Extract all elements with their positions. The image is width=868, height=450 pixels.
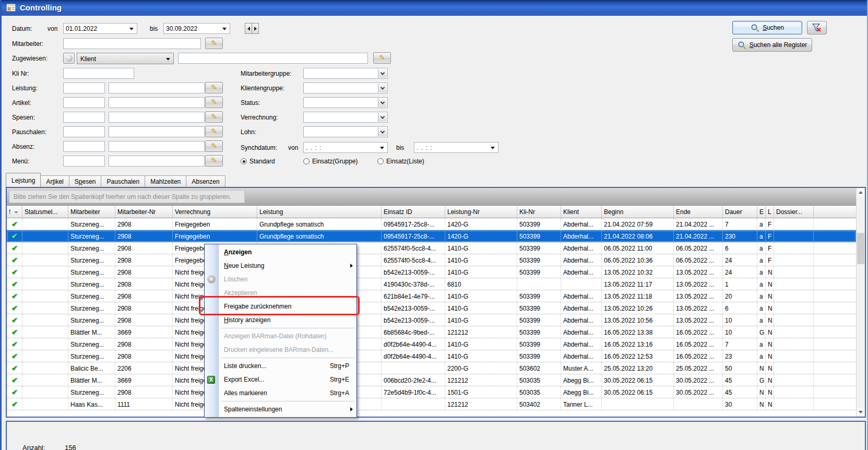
column-header-einsatz_id[interactable]: Einsatz ID [382, 206, 445, 218]
filter-dropdown-lohn[interactable] [303, 126, 388, 137]
filter-edit-button-menü[interactable]: ✎ [205, 155, 223, 167]
filter-code-field-artikel[interactable] [63, 97, 105, 108]
filter-code-field-pauschalen[interactable] [63, 126, 105, 137]
scrollbar-thumb[interactable] [857, 233, 864, 264]
table-row[interactable]: ✔Sturzeneg...2908Nicht freigegeben419043… [7, 278, 856, 290]
column-header-dauer[interactable]: Dauer [723, 206, 757, 218]
zugewiesen-value-field[interactable] [178, 53, 368, 64]
column-header-leistung[interactable]: Leistung [257, 206, 382, 218]
filter-dropdown-klientengruppe[interactable] [303, 82, 388, 93]
table-row[interactable]: ✔Sturzeneg...2908Nicht freigegebenb542e2… [7, 266, 856, 278]
table-row[interactable]: ✔Haas Kas...1111Nicht freigegeben1212125… [7, 398, 856, 410]
suchen-button[interactable]: Suchen [732, 21, 802, 34]
table-row[interactable]: ✔Balicic Be...2206Nicht freigegeben2200-… [7, 362, 856, 374]
prev-period-button[interactable] [245, 23, 252, 34]
scroll-up-button[interactable] [857, 188, 865, 197]
dropdown-arrow-icon[interactable] [491, 147, 495, 149]
table-row[interactable]: ✔Sturzeneg...2908FreigegebenGrundpflege … [7, 218, 856, 230]
column-header-leistung_nr[interactable]: Leistung-Nr [445, 206, 517, 218]
dropdown-button[interactable] [378, 113, 387, 122]
table-row[interactable]: ✔Sturzeneg...2908Nicht freigegeben621b84… [7, 290, 856, 302]
filter-arrow-icon[interactable] [14, 211, 18, 214]
table-row[interactable]: ✔Sturzeneg...2908Nicht freigegebend0f2b6… [7, 350, 856, 362]
tab-leistung[interactable]: Leistung [6, 173, 41, 187]
tab-artikel[interactable]: Artikel [40, 175, 69, 187]
next-period-button[interactable] [252, 23, 259, 34]
dropdown-button[interactable] [378, 127, 387, 136]
filter-text-field-leistung[interactable] [109, 82, 205, 93]
filter-code-field-leistung[interactable] [63, 82, 105, 93]
table-row[interactable]: ✔Sturzeneg...2908Nicht freigegebend0f2b6… [7, 338, 856, 350]
filter-text-field-absenz[interactable] [109, 141, 205, 152]
column-header-mitarbeiter[interactable]: Mitarbeiter [68, 206, 115, 218]
column-header-statusmel[interactable]: Statusmel... [22, 206, 68, 218]
menu-item-alles-markieren[interactable]: Alles markierenStrg+A [205, 386, 356, 400]
column-header-ende[interactable]: Ende [674, 206, 723, 218]
scroll-down-button[interactable] [857, 408, 865, 417]
tab-pauschalen[interactable]: Pauschalen [101, 175, 145, 187]
column-header-l[interactable]: L [766, 206, 774, 218]
zugewiesen-edit-button[interactable]: ✎ [373, 52, 391, 64]
datum-von-field[interactable]: 01.01.2022 [63, 23, 137, 34]
filter-edit-button-pauschalen[interactable]: ✎ [205, 126, 223, 137]
column-header-dossier[interactable]: Dossier... [774, 206, 814, 218]
filter-code-field-menü[interactable] [63, 156, 105, 167]
table-row[interactable]: ✔Sturzeneg...2908Freigegeben625574f0-5cc… [7, 254, 856, 266]
filter-text-field-pauschalen[interactable] [109, 126, 205, 137]
mitarbeiter-edit-button[interactable]: ✎ [205, 38, 223, 49]
dropdown-button[interactable] [378, 98, 387, 107]
filter-code-field-absenz[interactable] [63, 141, 105, 152]
filter-edit-button-absenz[interactable]: ✎ [205, 140, 223, 152]
column-header-status[interactable]: ! [7, 206, 22, 218]
mitarbeiter-field[interactable] [63, 38, 201, 49]
clear-filter-button[interactable] [807, 21, 827, 34]
filter-edit-button-spesen[interactable]: ✎ [205, 111, 223, 123]
vertical-scrollbar[interactable] [856, 188, 865, 417]
column-header-beginn[interactable]: Beginn [602, 206, 674, 218]
synch-von-field[interactable]: . . : : [303, 142, 388, 153]
menu-item-anzeigen[interactable]: Anzeigen [205, 245, 356, 259]
table-row[interactable]: ✔Sturzeneg...2908Nicht freigegebenb542e2… [7, 302, 856, 314]
filter-dropdown-verrechnung[interactable] [303, 112, 388, 123]
menu-item-neue-leistung[interactable]: Neue Leistung [205, 259, 356, 273]
table-row[interactable]: ✔Sturzeneg...2908Freigegeben625574f0-5cc… [7, 242, 856, 254]
filter-text-field-artikel[interactable] [109, 97, 205, 108]
menu-item-liste-drucken[interactable]: Liste drucken...Strg+P [205, 359, 356, 373]
table-row[interactable]: ✔Sturzeneg...2908FreigegebenGrundpflege … [7, 230, 856, 242]
column-header-kli_nr[interactable]: Kli-Nr [517, 206, 561, 218]
menu-item-export-excel[interactable]: Export Excel...Strg+EX [205, 373, 356, 386]
dropdown-arrow-icon[interactable] [380, 147, 384, 149]
tab-spesen[interactable]: Spesen [69, 175, 102, 187]
filter-edit-button-leistung[interactable]: ✎ [205, 82, 223, 93]
tab-mahlzeiten[interactable]: Mahlzeiten [145, 175, 186, 187]
klinr-field[interactable] [63, 68, 134, 79]
zugewiesen-toggle-button[interactable] [63, 53, 75, 64]
dropdown-button[interactable] [378, 84, 387, 92]
column-header-verrechnung[interactable]: Verrechnung [173, 206, 257, 218]
table-row[interactable]: ✔Blättler M...3669Nicht freigegeben006bc… [7, 374, 856, 386]
filter-code-field-spesen[interactable] [63, 112, 105, 123]
filter-dropdown-mitarbeitergruppe[interactable] [303, 68, 388, 79]
radio-einsatz-gruppe[interactable]: Einsatz(Gruppe) [303, 158, 358, 165]
datum-bis-field[interactable]: 30.09.2022 [163, 23, 230, 34]
filter-edit-button-artikel[interactable]: ✎ [205, 97, 223, 108]
dropdown-button[interactable] [378, 69, 387, 78]
column-header-mitarbeiter_nr[interactable]: Mitarbeiter-Nr [115, 206, 173, 218]
column-header-klient[interactable]: Klient [561, 206, 602, 218]
filter-text-field-menü[interactable] [109, 156, 205, 167]
suchen-alle-register-button[interactable]: Suchen alle Register [732, 38, 812, 52]
group-by-bar[interactable]: Bitte ziehen Sie den Spaltenkopf hierher… [7, 188, 856, 206]
table-row[interactable]: ✔Sturzeneg...2908Nicht freigegebenb542e2… [7, 314, 856, 326]
table-row[interactable]: ✔Sturzeneg...2908Nicht freigegeben72e5d4… [7, 386, 856, 398]
zugewiesen-type-dropdown[interactable]: Klient [77, 53, 174, 64]
table-row[interactable]: ✔Blättler M...3669Nicht freigegeben6b856… [7, 326, 856, 338]
radio-einsatz-liste[interactable]: Einsatz(Liste) [377, 158, 424, 165]
menu-item-spalteneinstellungen[interactable]: Spalteneinstellungen [205, 402, 356, 416]
dropdown-arrow-icon[interactable] [222, 28, 227, 30]
dropdown-arrow-icon[interactable] [129, 28, 134, 30]
column-header-e[interactable]: E [757, 206, 766, 218]
tab-absenzen[interactable]: Absenzen [186, 175, 225, 187]
filter-dropdown-status[interactable] [303, 97, 388, 108]
filter-text-field-spesen[interactable] [109, 112, 205, 123]
radio-standard[interactable]: Standard [241, 158, 275, 165]
